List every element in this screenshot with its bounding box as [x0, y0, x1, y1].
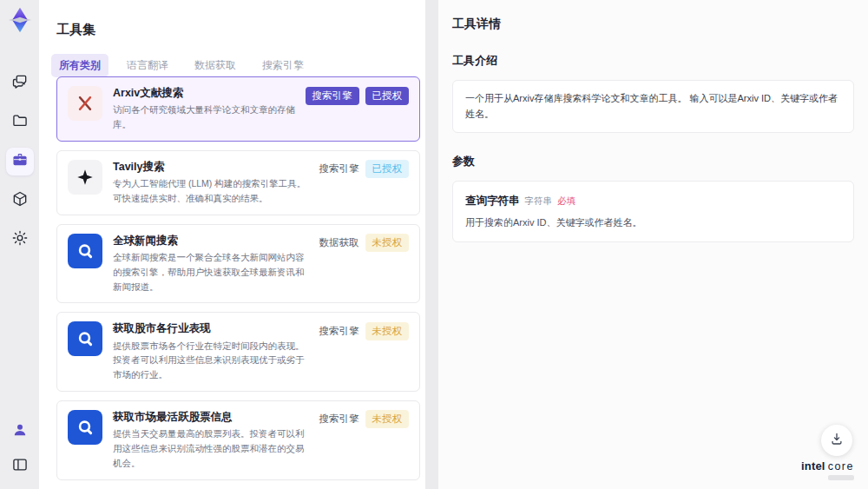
panel-divider — [425, 0, 438, 489]
tool-intro-box: 一个用于从Arxiv存储库搜索科学论文和文章的工具。 输入可以是Arxiv ID… — [452, 80, 854, 133]
qsearch-icon — [68, 321, 102, 356]
tab-category-3[interactable]: 搜索引擎 — [254, 54, 312, 77]
tool-name: 获取市场最活跃股票信息 — [113, 410, 312, 424]
tool-name: 获取股市各行业表现 — [113, 321, 312, 335]
sidebar-item-plugins[interactable] — [6, 187, 34, 215]
chat-icon — [11, 73, 29, 94]
tool-name: Arxiv文献搜索 — [113, 86, 299, 100]
tool-auth-badge: 未授权 — [365, 234, 410, 252]
intel-wordmark: intel — [801, 459, 825, 472]
tool-category-tag: 数据获取 — [319, 236, 359, 249]
tool-list-item[interactable]: 全球新闻搜索 全球新闻搜索是一个聚合全球各大新闻网站内容的搜索引擎，帮助用户快速… — [56, 224, 420, 304]
tool-name: 全球新闻搜索 — [113, 234, 312, 248]
tab-category-2[interactable]: 数据获取 — [187, 54, 244, 77]
panel-layout-icon — [11, 456, 29, 477]
folder-icon — [11, 112, 29, 133]
tool-intro-text: 一个用于从Arxiv存储库搜索科学论文和文章的工具。 输入可以是Arxiv ID… — [465, 93, 838, 119]
parameter-required-badge: 必填 — [557, 194, 575, 208]
params-heading: 参数 — [452, 154, 854, 169]
detail-title: 工具详情 — [452, 17, 854, 32]
tool-description: 全球新闻搜索是一个聚合全球各大新闻网站内容的搜索引擎，帮助用户快速获取全球最新资… — [113, 250, 312, 294]
tool-detail-panel: 工具详情 工具介绍 一个用于从Arxiv存储库搜索科学论文和文章的工具。 输入可… — [438, 0, 868, 489]
tool-category-tag: 搜索引擎 — [306, 87, 359, 105]
sidebar-item-settings[interactable] — [6, 226, 34, 254]
sidebar-item-chat[interactable] — [6, 69, 34, 97]
tool-category-tag: 搜索引擎 — [319, 325, 359, 338]
category-tabs: 所有类别语言翻译数据获取搜索引擎 — [51, 54, 425, 77]
gear-icon — [11, 229, 29, 250]
download-button[interactable] — [821, 425, 852, 456]
tool-list-item[interactable]: Tavily搜索 专为人工智能代理 (LLM) 构建的搜索引擎工具。可快速提供实… — [56, 150, 420, 215]
qsearch-icon — [68, 410, 102, 445]
cube-icon — [11, 190, 29, 211]
tool-category-tag: 搜索引擎 — [319, 413, 359, 426]
tool-description: 专为人工智能代理 (LLM) 构建的搜索引擎工具。可快速提供实时、准确和真实的结… — [113, 176, 312, 206]
tavily-icon — [68, 160, 102, 195]
tool-category-tag: 搜索引擎 — [319, 162, 359, 175]
tool-auth-badge: 已授权 — [365, 160, 410, 178]
toolbox-icon — [11, 151, 29, 172]
sidebar — [0, 0, 39, 489]
sidebar-item-account[interactable] — [6, 418, 34, 446]
download-icon — [829, 431, 845, 450]
intro-heading: 工具介绍 — [452, 53, 854, 69]
intel-ultra-mark — [828, 475, 854, 480]
parameter-name: 查询字符串 — [465, 192, 520, 209]
tool-name: Tavily搜索 — [113, 160, 312, 174]
tool-list-item[interactable]: Arxiv文献搜索 访问各个研究领域大量科学论文和文章的存储库。 搜索引擎 已授… — [56, 76, 420, 142]
intel-core-logo: intelcore — [801, 458, 854, 480]
tool-list[interactable]: Arxiv文献搜索 访问各个研究领域大量科学论文和文章的存储库。 搜索引擎 已授… — [56, 76, 424, 489]
tool-auth-badge: 未授权 — [365, 322, 410, 340]
tool-auth-badge: 已授权 — [365, 87, 410, 105]
parameter-box: 查询字符串 字符串 必填 用于搜索的Arxiv ID、关键字或作者姓名。 — [452, 181, 854, 242]
arxiv-icon — [68, 86, 102, 121]
app-logo-icon — [5, 5, 35, 35]
user-icon — [11, 421, 29, 442]
tool-list-item[interactable]: 获取市场最活跃股票信息 提供当天交易量最高的股票列表。投资者可以利用这些信息来识… — [56, 400, 420, 480]
qsearch-icon — [68, 234, 102, 268]
page-title: 工具集 — [56, 22, 425, 38]
core-wordmark: core — [828, 460, 854, 472]
tool-description: 提供股票市场各个行业在特定时间段内的表现。投资者可以利用这些信息来识别表现优于或… — [113, 339, 312, 382]
sidebar-item-tools[interactable] — [6, 148, 34, 175]
tool-description: 提供当天交易量最高的股票列表。投资者可以利用这些信息来识别流动性强的股票和潜在的… — [113, 426, 312, 470]
parameter-type: 字符串 — [525, 194, 553, 208]
tab-category-1[interactable]: 语言翻译 — [119, 54, 176, 77]
main-area: 工具集 所有类别语言翻译数据获取搜索引擎 Arxiv文献搜索 访问各个研究领域大… — [39, 0, 868, 489]
tool-list-panel: 工具集 所有类别语言翻译数据获取搜索引擎 Arxiv文献搜索 访问各个研究领域大… — [39, 0, 425, 489]
tool-auth-badge: 未授权 — [365, 410, 410, 428]
tab-category-0[interactable]: 所有类别 — [51, 54, 108, 77]
sidebar-item-collapse-panel[interactable] — [6, 453, 34, 480]
tool-list-item[interactable]: 获取股市各行业表现 提供股票市场各个行业在特定时间段内的表现。投资者可以利用这些… — [56, 312, 420, 392]
tool-description: 访问各个研究领域大量科学论文和文章的存储库。 — [113, 102, 299, 132]
sidebar-item-files[interactable] — [6, 109, 34, 136]
parameter-description: 用于搜索的Arxiv ID、关键字或作者姓名。 — [465, 215, 841, 231]
